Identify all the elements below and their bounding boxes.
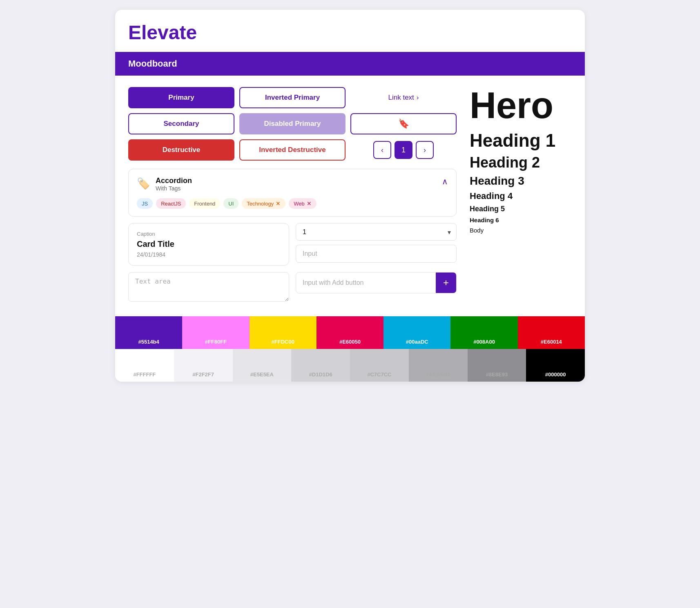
tag-icon: 🏷️ <box>137 177 150 190</box>
swatch-label-000000: #000000 <box>545 371 566 378</box>
swatches-row-1: #5514b4 #FF80FF #FFDC00 #E60050 #00aaDC … <box>115 316 585 349</box>
number-select[interactable]: 1 2 3 <box>296 223 457 241</box>
swatch-F2F2F7: #F2F2F7 <box>174 349 233 382</box>
swatch-5514b4: #5514b4 <box>115 316 182 349</box>
pagination-next[interactable]: › <box>416 141 434 159</box>
swatch-E5E5EA: #E5E5EA <box>233 349 292 382</box>
swatch-C7C7CC: #C7C7CC <box>350 349 409 382</box>
swatch-000000: #000000 <box>526 349 585 382</box>
add-button[interactable]: + <box>436 273 456 293</box>
accordion-subtitle: With Tags <box>156 185 192 192</box>
tag-web-close[interactable]: ✕ <box>307 200 312 207</box>
left-panel: Primary Inverted Primary Link text › Sec… <box>128 87 457 302</box>
swatch-label-FFFFFF: #FFFFFF <box>133 371 156 378</box>
moodboard-label: Moodboard <box>128 58 177 69</box>
inverted-destructive-button[interactable]: Inverted Destructive <box>239 139 346 161</box>
swatch-label-008A00: #008A00 <box>473 339 495 345</box>
bottom-row: + <box>128 272 457 302</box>
heading4: Heading 4 <box>470 191 572 201</box>
swatch-008A00: #008A00 <box>450 316 517 349</box>
swatch-label-FFDC00: #FFDC00 <box>272 339 294 345</box>
right-panel: Hero Heading 1 Heading 2 Heading 3 Headi… <box>470 87 572 302</box>
main-card: Elevate Moodboard Primary Inverted Prima… <box>115 10 585 382</box>
pagination: ‹ 1 › <box>350 139 457 161</box>
swatch-label-D1D1D6: #D1D1D6 <box>309 371 332 378</box>
tag-frontend: Frontend <box>189 198 220 209</box>
card-form: Caption Card Title 24/01/1984 1 2 3 ▾ <box>128 223 457 266</box>
link-text-label: Link text <box>388 94 414 102</box>
tag-web: Web ✕ <box>289 198 317 209</box>
chevron-right-icon: › <box>417 94 419 102</box>
accordion: 🏷️ Accordion With Tags ∧ JS ReactJS Fron… <box>128 169 457 217</box>
bookmark-button[interactable]: 🔖 <box>350 113 457 134</box>
swatch-FFDC00: #FFDC00 <box>250 316 317 349</box>
card-title: Card Title <box>137 239 281 249</box>
swatch-label-E5E5EA: #E5E5EA <box>250 371 274 378</box>
swatch-FF80FF: #FF80FF <box>182 316 249 349</box>
heading2: Heading 2 <box>470 154 572 171</box>
tag-technology: Technology ✕ <box>242 198 285 209</box>
swatch-label-F2F2F7: #F2F2F7 <box>192 371 214 378</box>
app-title: Elevate <box>128 21 572 44</box>
text-input[interactable] <box>296 245 457 263</box>
swatch-E60014: #E60014 <box>518 316 585 349</box>
primary-button[interactable]: Primary <box>128 87 234 108</box>
card-info: Caption Card Title 24/01/1984 <box>128 223 289 266</box>
swatch-E60050: #E60050 <box>317 316 383 349</box>
swatches-row-2: #FFFFFF #F2F2F7 #E5E5EA #D1D1D6 #C7C7CC … <box>115 349 585 382</box>
accordion-title: Accordion <box>156 177 192 185</box>
accordion-chevron-icon[interactable]: ∧ <box>442 177 448 186</box>
content-area: Primary Inverted Primary Link text › Sec… <box>115 76 585 313</box>
accordion-header: 🏷️ Accordion With Tags ∧ <box>137 177 448 192</box>
app-title-area: Elevate <box>115 10 585 52</box>
accordion-left: 🏷️ Accordion With Tags <box>137 177 192 192</box>
swatch-D1D1D6: #D1D1D6 <box>291 349 350 382</box>
link-text-container[interactable]: Link text › <box>350 87 457 108</box>
hero-heading: Hero <box>470 87 572 124</box>
destructive-button[interactable]: Destructive <box>128 139 234 161</box>
swatch-00aaDC: #00aaDC <box>383 316 450 349</box>
inverted-primary-button[interactable]: Inverted Primary <box>239 87 346 108</box>
accordion-tags: JS ReactJS Frontend UI Technology ✕ Web … <box>137 198 448 209</box>
select-wrap: 1 2 3 ▾ <box>296 223 457 241</box>
heading1: Heading 1 <box>470 130 572 151</box>
pagination-current[interactable]: 1 <box>395 141 412 159</box>
heading6: Heading 6 <box>470 217 572 224</box>
bookmark-icon: 🔖 <box>398 118 409 129</box>
swatch-AEAEB2: #AEAEB2 <box>409 349 468 382</box>
swatch-label-E60014: #E60014 <box>541 339 562 345</box>
swatch-label-00aaDC: #00aaDC <box>406 339 428 345</box>
buttons-section: Primary Inverted Primary Link text › Sec… <box>128 87 457 161</box>
input-add-field[interactable] <box>296 273 436 293</box>
swatch-label-5514b4: #5514b4 <box>138 339 159 345</box>
swatch-label-FF80FF: #FF80FF <box>205 339 227 345</box>
form-right: 1 2 3 ▾ <box>296 223 457 266</box>
body-text: Body <box>470 227 572 234</box>
tag-technology-close[interactable]: ✕ <box>276 200 281 207</box>
swatch-8E8E93: #8E8E93 <box>468 349 526 382</box>
pagination-prev[interactable]: ‹ <box>373 141 391 159</box>
card-caption: Caption <box>137 231 281 237</box>
moodboard-header: Moodboard <box>115 52 585 76</box>
card-date: 24/01/1984 <box>137 251 281 258</box>
swatch-label-C7C7CC: #C7C7CC <box>367 371 391 378</box>
tag-js: JS <box>137 198 153 209</box>
accordion-text: Accordion With Tags <box>156 177 192 192</box>
secondary-button[interactable]: Secondary <box>128 113 234 134</box>
input-add-wrap: + <box>296 272 457 293</box>
tag-reactjs: ReactJS <box>156 198 186 209</box>
swatch-label-AEAEB2: #AEAEB2 <box>426 371 450 378</box>
textarea[interactable] <box>128 272 289 302</box>
heading3: Heading 3 <box>470 174 572 188</box>
swatches-section: #5514b4 #FF80FF #FFDC00 #E60050 #00aaDC … <box>115 316 585 382</box>
swatch-label-E60050: #E60050 <box>339 339 361 345</box>
swatch-FFFFFF: #FFFFFF <box>115 349 174 382</box>
heading5: Heading 5 <box>470 205 572 213</box>
tag-ui: UI <box>223 198 239 209</box>
disabled-primary-button: Disabled Primary <box>239 113 346 134</box>
swatch-label-8E8E93: #8E8E93 <box>486 371 508 378</box>
